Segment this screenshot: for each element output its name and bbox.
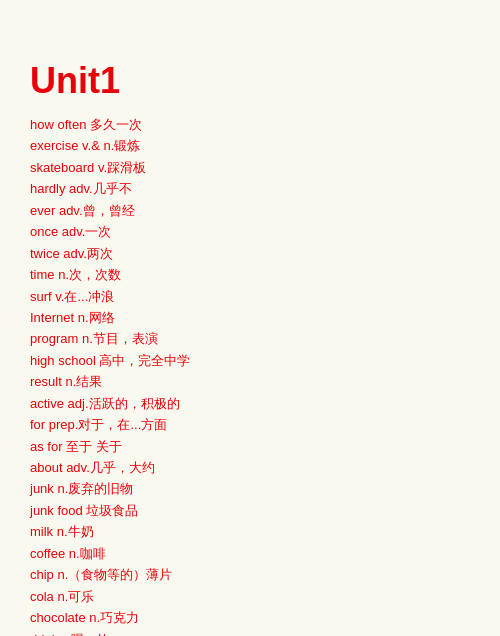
vocab-list: how often 多久一次exercise v.& n.锻炼skateboar…: [30, 114, 470, 636]
list-item: chocolate n.巧克力: [30, 607, 470, 628]
list-item: program n.节目，表演: [30, 328, 470, 349]
list-item: Internet n.网络: [30, 307, 470, 328]
list-item: for prep.对于，在...方面: [30, 414, 470, 435]
list-item: coffee n.咖啡: [30, 543, 470, 564]
list-item: drink v.喝，饮: [30, 629, 470, 637]
list-item: time n.次，次数: [30, 264, 470, 285]
list-item: chip n.（食物等的）薄片: [30, 564, 470, 585]
list-item: twice adv.两次: [30, 243, 470, 264]
list-item: high school 高中，完全中学: [30, 350, 470, 371]
list-item: surf v.在...冲浪: [30, 286, 470, 307]
list-item: as for 至于 关于: [30, 436, 470, 457]
list-item: how often 多久一次: [30, 114, 470, 135]
list-item: milk n.牛奶: [30, 521, 470, 542]
list-item: about adv.几乎，大约: [30, 457, 470, 478]
list-item: cola n.可乐: [30, 586, 470, 607]
list-item: junk food 垃圾食品: [30, 500, 470, 521]
list-item: skateboard v.踩滑板: [30, 157, 470, 178]
list-item: exercise v.& n.锻炼: [30, 135, 470, 156]
page-title: Unit1: [30, 60, 470, 102]
list-item: hardly adv.几乎不: [30, 178, 470, 199]
list-item: active adj.活跃的，积极的: [30, 393, 470, 414]
list-item: once adv.一次: [30, 221, 470, 242]
list-item: result n.结果: [30, 371, 470, 392]
list-item: junk n.废弃的旧物: [30, 478, 470, 499]
list-item: ever adv.曾，曾经: [30, 200, 470, 221]
